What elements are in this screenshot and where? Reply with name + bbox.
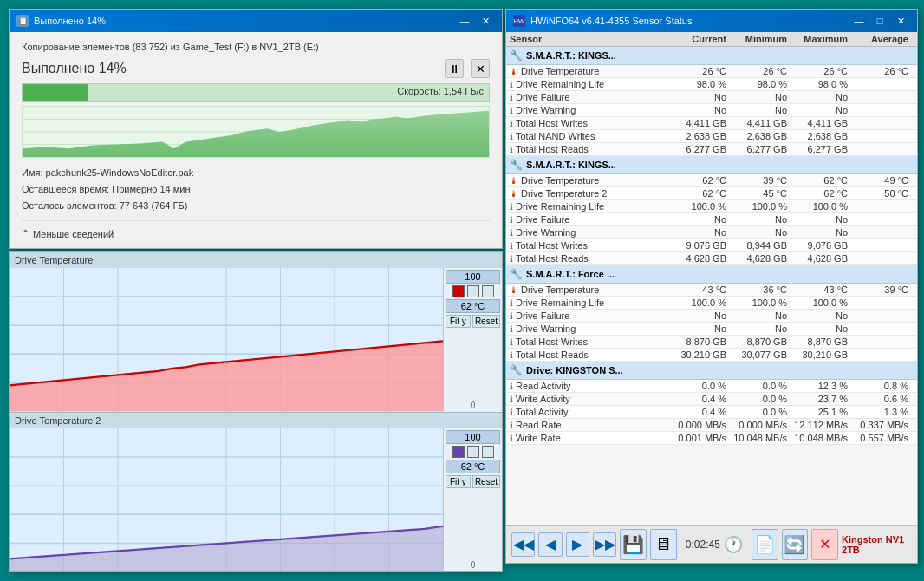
copy-speed-label: Скорость: 1,54 ГБ/с: [397, 86, 484, 96]
sensor-name: ℹDrive Remaining Life: [510, 297, 666, 308]
sensor-maximum: 10.048 MB/s: [787, 433, 848, 443]
table-row[interactable]: ℹWrite Activity 0.4 % 0.0 % 23.7 % 0.6 %: [506, 393, 917, 406]
chart2-color-box3[interactable]: [482, 446, 494, 458]
less-details-btn[interactable]: ⌃ Меньше сведений: [22, 220, 490, 239]
table-row[interactable]: ℹDrive Failure No No No: [506, 310, 917, 323]
table-row[interactable]: ℹTotal Activity 0.4 % 0.0 % 25.1 % 1.3 %: [506, 406, 917, 419]
chart1-color-red[interactable]: [452, 285, 465, 297]
sensor-name: ℹDrive Failure: [510, 214, 666, 225]
close-icon-btn[interactable]: ✕: [811, 529, 838, 560]
table-row[interactable]: ℹTotal Host Reads 4,628 GB 4,628 GB 4,62…: [506, 252, 917, 265]
table-row[interactable]: ℹWrite Rate 0.001 MB/s 10.048 MB/s 10.04…: [506, 432, 917, 445]
col-sensor: Sensor: [510, 34, 666, 44]
sensor-name: ℹTotal Host Writes: [510, 336, 666, 347]
info-icon: ℹ: [510, 228, 513, 238]
table-row[interactable]: ℹDrive Remaining Life 100.0 % 100.0 % 10…: [506, 200, 917, 213]
chart1-max: 100: [446, 270, 500, 284]
table-row[interactable]: 🌡Drive Temperature 2 62 °C 45 °C 62 °C 5…: [506, 187, 917, 200]
reset-btn[interactable]: 🔄: [782, 529, 809, 560]
table-row[interactable]: ℹTotal Host Writes 4,411 GB 4,411 GB 4,4…: [506, 117, 917, 130]
sensor-maximum: 6,277 GB: [787, 144, 848, 154]
hwinfo-restore-btn[interactable]: □: [870, 13, 889, 29]
table-row[interactable]: ℹDrive Warning No No No: [506, 104, 917, 117]
info-icon: ℹ: [510, 106, 513, 115]
table-row[interactable]: ℹTotal NAND Writes 2,638 GB 2,638 GB 2,6…: [506, 130, 917, 143]
sensor-maximum: 4,628 GB: [787, 253, 848, 264]
table-row[interactable]: ℹTotal Host Reads 6,277 GB 6,277 GB 6,27…: [506, 143, 917, 156]
sensor-name: ℹTotal Host Writes: [510, 240, 666, 251]
sensor-name: 🌡Drive Temperature: [510, 175, 666, 186]
table-row[interactable]: ℹTotal Host Writes 8,870 GB 8,870 GB 8,8…: [506, 336, 917, 349]
sensor-maximum: No: [787, 105, 848, 115]
sensor-name: ℹDrive Failure: [510, 310, 666, 321]
nav-first-btn[interactable]: ◀◀: [511, 532, 535, 557]
chart2-fit-btn[interactable]: Fit y: [446, 475, 471, 488]
chart2-controls: 100 62 °C Fit y Reset 0: [443, 428, 502, 572]
sensor-name: ℹTotal Host Reads: [510, 144, 666, 154]
table-row[interactable]: ℹDrive Remaining Life 98.0 % 98.0 % 98.0…: [506, 78, 917, 91]
temp-icon: 🌡: [510, 176, 518, 186]
table-row[interactable]: ℹDrive Warning No No No: [506, 323, 917, 336]
pc-icon-btn[interactable]: 🖥: [650, 529, 677, 560]
table-row[interactable]: 🌡Drive Temperature 26 °C 26 °C 26 °C 26 …: [506, 65, 917, 78]
sensor-minimum: 4,411 GB: [726, 118, 787, 128]
nav-last-btn[interactable]: ▶▶: [593, 532, 616, 557]
table-row[interactable]: 🌡Drive Temperature 43 °C 36 °C 43 °C 39 …: [506, 284, 917, 297]
chart1-color-box2[interactable]: [467, 285, 479, 297]
info-icon: ℹ: [510, 434, 513, 443]
sensor-name: ℹTotal Host Writes: [510, 118, 666, 128]
sensor-minimum: 8,944 GB: [726, 240, 787, 251]
copy-progress-fill: [23, 84, 88, 101]
sensor-minimum: No: [726, 323, 787, 334]
chart1-fit-btn[interactable]: Fit y: [446, 315, 471, 328]
copy-dialog-minimize-btn[interactable]: —: [455, 13, 474, 29]
table-row[interactable]: ℹTotal Host Reads 30,210 GB 30,077 GB 30…: [506, 349, 917, 362]
items-value: 77 643 (764 ГБ): [120, 200, 188, 211]
sensor-group-1: 🔧S.M.A.R.T.: KINGS...: [506, 156, 917, 174]
chart2-current: 62 °C: [446, 460, 500, 473]
time-display: 0:02:45 🕐: [686, 535, 743, 554]
chart2-title: Drive Temperature 2: [10, 413, 502, 428]
hwinfo-minimize-btn[interactable]: —: [849, 13, 869, 29]
sensor-minimum: 0.000 MB/s: [726, 420, 787, 430]
info-icon: ℹ: [510, 93, 513, 102]
copy-cancel-btn[interactable]: ✕: [471, 59, 490, 78]
sensor-name: 🌡Drive Temperature: [510, 66, 666, 76]
table-row[interactable]: 🌡Drive Temperature 62 °C 39 °C 62 °C 49 …: [506, 174, 917, 187]
table-row[interactable]: ℹDrive Failure No No No: [506, 213, 917, 226]
sensor-minimum: 10.048 MB/s: [726, 433, 787, 443]
copy-dialog-icon: 📋: [16, 15, 29, 27]
copy-pause-btn[interactable]: ⏸: [445, 59, 464, 78]
export-btn[interactable]: 💾: [620, 529, 647, 560]
nav-next-btn[interactable]: ▶: [566, 532, 589, 557]
report-btn[interactable]: 📄: [752, 529, 778, 560]
sensor-current: 98.0 %: [666, 79, 726, 89]
chart2-color-box2[interactable]: [467, 446, 479, 458]
table-row[interactable]: ℹDrive Remaining Life 100.0 % 100.0 % 10…: [506, 297, 917, 310]
sensor-minimum: 0.0 %: [726, 407, 787, 417]
copy-progress-title: Выполнено 14%: [22, 61, 127, 76]
copy-dialog-close-btn[interactable]: ✕: [476, 13, 495, 29]
table-row[interactable]: ℹRead Rate 0.000 MB/s 0.000 MB/s 12.112 …: [506, 419, 917, 432]
chart2-color-purple[interactable]: [452, 446, 465, 458]
hwinfo-sensor-list[interactable]: 🔧S.M.A.R.T.: KINGS... 🌡Drive Temperature…: [506, 47, 917, 525]
chart2-reset-btn[interactable]: Reset: [472, 475, 500, 488]
chart1-color-box3[interactable]: [482, 285, 494, 297]
info-icon: ℹ: [510, 395, 513, 404]
sensor-minimum: 39 °C: [726, 175, 787, 186]
sensor-minimum: 100.0 %: [726, 201, 787, 212]
table-row[interactable]: ℹDrive Failure No No No: [506, 91, 917, 104]
items-label: Осталось элементов:: [22, 200, 117, 211]
table-row[interactable]: ℹRead Activity 0.0 % 0.0 % 12.3 % 0.8 %: [506, 380, 917, 393]
hwinfo-close-btn[interactable]: ✕: [891, 13, 910, 29]
sensor-current: 26 °C: [666, 66, 726, 76]
table-row[interactable]: ℹDrive Warning No No No: [506, 226, 917, 239]
sensor-minimum: 98.0 %: [726, 79, 787, 89]
nav-prev-btn[interactable]: ◀: [538, 532, 562, 557]
table-row[interactable]: ℹTotal Host Writes 9,076 GB 8,944 GB 9,0…: [506, 239, 917, 252]
chart1-reset-btn[interactable]: Reset: [472, 315, 500, 328]
hwinfo-icon: HW: [513, 15, 525, 27]
chart1-title: Drive Temperature: [10, 252, 502, 268]
info-icon: ℹ: [510, 421, 513, 430]
sensor-name: ℹRead Rate: [510, 420, 666, 430]
